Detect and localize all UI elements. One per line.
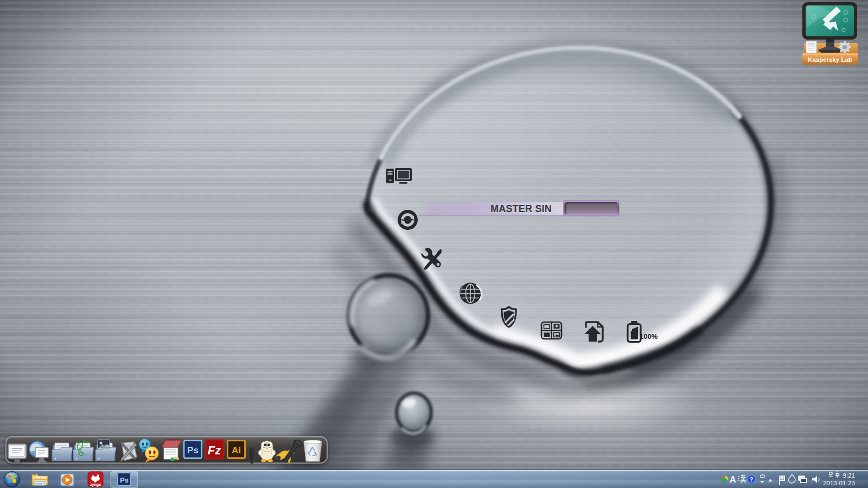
svg-text:A: A [730, 475, 736, 484]
svg-text:Ai: Ai [232, 445, 241, 455]
svg-text:Ps: Ps [120, 476, 129, 484]
svg-text:Fz: Fz [208, 444, 221, 457]
svg-text:Kaspersky Lab: Kaspersky Lab [808, 56, 852, 63]
svg-text:Ps: Ps [187, 445, 199, 455]
svg-text:2013-01-23: 2013-01-23 [823, 480, 855, 486]
svg-text:9:21: 9:21 [843, 472, 855, 479]
svg-text:zynga: zynga [90, 483, 101, 487]
svg-text:100%: 100% [640, 332, 658, 341]
svg-text:?: ? [750, 476, 754, 483]
svg-text:RVB: RVB [105, 444, 112, 447]
